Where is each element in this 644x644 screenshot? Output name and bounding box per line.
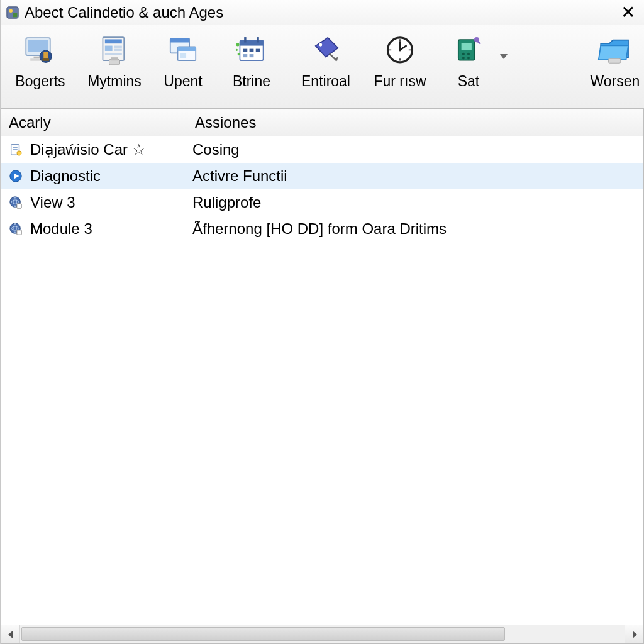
svg-rect-64 bbox=[17, 230, 21, 235]
close-icon[interactable]: ✕ bbox=[617, 4, 639, 21]
svg-rect-2 bbox=[13, 13, 17, 17]
horizontal-scrollbar[interactable] bbox=[1, 625, 643, 643]
clock-icon bbox=[382, 33, 418, 69]
svg-rect-25 bbox=[244, 37, 246, 42]
toolbar-button-entiroal[interactable]: Entiroal bbox=[289, 30, 363, 90]
row-assiones: Ruligprofe bbox=[192, 194, 643, 211]
svg-point-49 bbox=[462, 57, 465, 59]
calendar-icon bbox=[233, 33, 270, 69]
column-header-acarly[interactable]: Acarly bbox=[1, 109, 186, 136]
svg-point-34 bbox=[238, 53, 240, 55]
toolbar-button-bogerts[interactable]: Bogerts bbox=[3, 30, 77, 90]
svg-rect-54 bbox=[609, 58, 621, 63]
list-row[interactable]: Diạjaẃisio Car ☆ Cosing bbox=[1, 136, 643, 163]
toolbar-button-sat[interactable]: Sat bbox=[437, 30, 500, 90]
svg-marker-35 bbox=[316, 38, 338, 57]
chevron-right-icon bbox=[631, 630, 638, 639]
rows-container: Diạjaẃisio Car ☆ Cosing Diagnostic Activ… bbox=[1, 136, 643, 625]
row-acarly: View 3 bbox=[30, 194, 192, 211]
svg-point-58 bbox=[17, 151, 21, 155]
svg-rect-28 bbox=[250, 49, 254, 52]
toolbar-button-furrisw[interactable]: Fur rısw bbox=[363, 30, 437, 90]
toolbar-label: Mytmins bbox=[87, 73, 142, 90]
row-assiones: Ãfhernong [HO DD] form Oara Dritims bbox=[192, 220, 643, 238]
svg-rect-26 bbox=[257, 37, 258, 42]
svg-marker-65 bbox=[8, 631, 13, 638]
window: Abect Calindetio & auch Ages ✕ Bogerts bbox=[0, 0, 644, 644]
svg-rect-31 bbox=[250, 54, 254, 57]
document-icon bbox=[8, 142, 24, 158]
row-assiones: Activre Functii bbox=[192, 167, 643, 185]
toolbar-button-worsen[interactable]: Worsen bbox=[582, 30, 644, 90]
svg-rect-24 bbox=[240, 40, 263, 45]
toolbar-label: Btrine bbox=[233, 73, 270, 90]
svg-point-1 bbox=[9, 9, 13, 13]
svg-point-48 bbox=[467, 53, 470, 55]
column-header-assiones[interactable]: Assiones bbox=[186, 109, 643, 136]
svg-rect-19 bbox=[170, 38, 189, 43]
chevron-down-icon bbox=[499, 53, 508, 60]
svg-point-47 bbox=[462, 53, 465, 55]
svg-rect-13 bbox=[114, 46, 122, 48]
svg-rect-56 bbox=[13, 147, 17, 148]
scroll-thumb[interactable] bbox=[21, 627, 505, 641]
list-row[interactable]: Diagnostic Activre Functii bbox=[1, 163, 643, 189]
row-acarly: Diagnostic bbox=[30, 167, 192, 185]
svg-rect-30 bbox=[243, 54, 248, 57]
svg-rect-29 bbox=[256, 49, 260, 52]
row-assiones: Cosing bbox=[192, 141, 643, 158]
svg-rect-46 bbox=[462, 43, 472, 50]
svg-rect-57 bbox=[13, 149, 17, 150]
toolbar-label: Upent bbox=[164, 73, 202, 90]
folder-icon bbox=[597, 33, 633, 69]
scroll-track[interactable] bbox=[20, 625, 625, 643]
svg-rect-17 bbox=[111, 57, 118, 60]
toolbar-dropdown-arrow[interactable] bbox=[496, 53, 511, 60]
svg-rect-52 bbox=[477, 41, 481, 45]
svg-rect-62 bbox=[17, 204, 21, 208]
svg-marker-53 bbox=[500, 54, 508, 59]
svg-point-36 bbox=[319, 43, 322, 47]
toolbar-label: Sat bbox=[458, 73, 480, 90]
toolbar-label: Worsen bbox=[591, 73, 640, 90]
list-row[interactable]: View 3 Ruligprofe bbox=[1, 189, 643, 216]
window-title: Abect Calindetio & auch Ages bbox=[25, 4, 617, 21]
svg-point-32 bbox=[236, 43, 240, 46]
svg-rect-8 bbox=[43, 52, 48, 59]
row-acarly: Module 3 bbox=[30, 220, 192, 238]
scroll-left-button[interactable] bbox=[1, 625, 20, 643]
toolbar-label: Bogerts bbox=[15, 73, 65, 90]
svg-rect-21 bbox=[178, 47, 196, 51]
app-icon bbox=[6, 6, 19, 19]
toolbar-button-btrine[interactable]: Btrine bbox=[214, 30, 289, 90]
toolbar-label: Fur rısw bbox=[374, 73, 426, 90]
globe-icon bbox=[8, 221, 24, 237]
windows-icon bbox=[165, 33, 201, 69]
svg-point-33 bbox=[236, 49, 238, 51]
svg-point-50 bbox=[467, 57, 470, 59]
row-acarly: Diạjaẃisio Car ☆ bbox=[30, 141, 192, 158]
svg-rect-15 bbox=[105, 53, 122, 55]
play-icon bbox=[8, 168, 24, 184]
tag-icon bbox=[308, 33, 344, 69]
monitor-icon bbox=[22, 33, 58, 69]
svg-rect-11 bbox=[105, 39, 122, 43]
list-row[interactable]: Module 3 Ãfhernong [HO DD] form Oara Dri… bbox=[1, 216, 643, 242]
toolbar: Bogerts Mytmins bbox=[1, 25, 644, 108]
scroll-right-button[interactable] bbox=[625, 625, 643, 643]
svg-rect-22 bbox=[180, 53, 186, 58]
toolbar-button-mytmins[interactable]: Mytmins bbox=[77, 30, 152, 90]
svg-rect-12 bbox=[105, 46, 113, 51]
layout-icon bbox=[96, 33, 133, 69]
toolbar-label: Entiroal bbox=[301, 73, 350, 90]
svg-rect-27 bbox=[243, 49, 248, 52]
column-headers: Acarly Assiones bbox=[1, 109, 643, 136]
device-icon bbox=[450, 33, 487, 69]
chevron-left-icon bbox=[7, 630, 14, 639]
globe-icon bbox=[8, 194, 24, 211]
content-panel: Acarly Assiones Diạjaẃisio Car ☆ Cosing bbox=[1, 108, 644, 644]
toolbar-button-upent[interactable]: Upent bbox=[152, 30, 214, 90]
titlebar: Abect Calindetio & auch Ages ✕ bbox=[1, 0, 644, 25]
svg-rect-9 bbox=[43, 58, 50, 61]
svg-rect-14 bbox=[114, 49, 122, 51]
